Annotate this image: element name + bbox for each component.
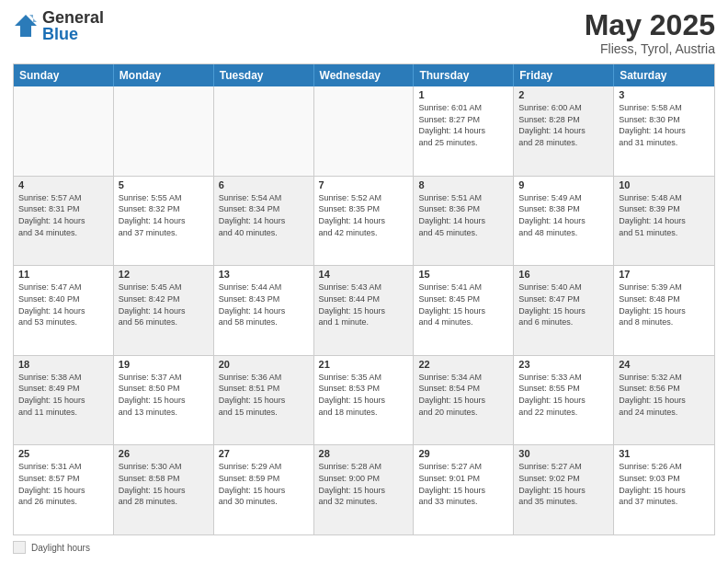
- calendar-body: 1Sunrise: 6:01 AM Sunset: 8:27 PM Daylig…: [14, 86, 714, 534]
- calendar-cell: 17Sunrise: 5:39 AM Sunset: 8:48 PM Dayli…: [614, 266, 714, 355]
- day-info: Sunrise: 5:54 AM Sunset: 8:34 PM Dayligh…: [219, 192, 309, 238]
- cal-header-cell: Friday: [514, 64, 614, 86]
- calendar-cell: [14, 86, 114, 176]
- calendar-cell: [314, 86, 415, 176]
- calendar-cell: 29Sunrise: 5:27 AM Sunset: 9:01 PM Dayli…: [414, 445, 514, 534]
- calendar-cell: 31Sunrise: 5:26 AM Sunset: 9:03 PM Dayli…: [614, 445, 714, 534]
- location: Fliess, Tyrol, Austria: [585, 41, 715, 56]
- day-number: 23: [518, 359, 609, 370]
- day-info: Sunrise: 5:47 AM Sunset: 8:40 PM Dayligh…: [18, 282, 108, 327]
- calendar-cell: 27Sunrise: 5:29 AM Sunset: 8:59 PM Dayli…: [214, 445, 314, 534]
- calendar-cell: 11Sunrise: 5:47 AM Sunset: 8:40 PM Dayli…: [14, 266, 114, 355]
- day-info: Sunrise: 5:39 AM Sunset: 8:48 PM Dayligh…: [619, 282, 710, 327]
- logo-general: General: [42, 9, 104, 26]
- day-number: 14: [319, 269, 409, 280]
- calendar-cell: 16Sunrise: 5:40 AM Sunset: 8:47 PM Dayli…: [514, 266, 614, 355]
- calendar-cell: 6Sunrise: 5:54 AM Sunset: 8:34 PM Daylig…: [214, 177, 314, 266]
- day-info: Sunrise: 6:01 AM Sunset: 8:27 PM Dayligh…: [418, 102, 508, 148]
- legend: Daylight hours: [13, 541, 715, 554]
- day-info: Sunrise: 5:27 AM Sunset: 9:02 PM Dayligh…: [518, 461, 609, 507]
- day-info: Sunrise: 5:36 AM Sunset: 8:51 PM Dayligh…: [219, 372, 309, 418]
- logo-icon: [13, 13, 39, 39]
- day-number: 16: [518, 269, 609, 280]
- day-number: 11: [18, 269, 108, 280]
- calendar-row: 4Sunrise: 5:57 AM Sunset: 8:31 PM Daylig…: [14, 176, 714, 266]
- day-info: Sunrise: 5:58 AM Sunset: 8:30 PM Dayligh…: [619, 102, 710, 148]
- calendar-cell: 26Sunrise: 5:30 AM Sunset: 8:58 PM Dayli…: [114, 445, 214, 534]
- calendar-row: 25Sunrise: 5:31 AM Sunset: 8:57 PM Dayli…: [14, 444, 714, 534]
- calendar-cell: 30Sunrise: 5:27 AM Sunset: 9:02 PM Dayli…: [514, 445, 614, 534]
- calendar-cell: 20Sunrise: 5:36 AM Sunset: 8:51 PM Dayli…: [214, 356, 314, 445]
- day-info: Sunrise: 5:32 AM Sunset: 8:56 PM Dayligh…: [619, 372, 710, 418]
- page: General Blue May 2025 Fliess, Tyrol, Aus…: [0, 0, 728, 563]
- day-number: 29: [418, 448, 508, 459]
- calendar-cell: 14Sunrise: 5:43 AM Sunset: 8:44 PM Dayli…: [314, 266, 415, 355]
- day-info: Sunrise: 5:41 AM Sunset: 8:45 PM Dayligh…: [418, 282, 508, 327]
- day-number: 25: [18, 448, 108, 459]
- day-info: Sunrise: 6:00 AM Sunset: 8:28 PM Dayligh…: [518, 102, 609, 148]
- calendar-cell: 21Sunrise: 5:35 AM Sunset: 8:53 PM Dayli…: [314, 356, 415, 445]
- calendar: SundayMondayTuesdayWednesdayThursdayFrid…: [13, 63, 715, 535]
- day-info: Sunrise: 5:40 AM Sunset: 8:47 PM Dayligh…: [518, 282, 609, 327]
- day-info: Sunrise: 5:57 AM Sunset: 8:31 PM Dayligh…: [18, 192, 108, 238]
- calendar-cell: 13Sunrise: 5:44 AM Sunset: 8:43 PM Dayli…: [214, 266, 314, 355]
- day-number: 28: [319, 448, 409, 459]
- calendar-cell: [214, 86, 314, 176]
- day-number: 3: [619, 89, 710, 100]
- day-info: Sunrise: 5:52 AM Sunset: 8:35 PM Dayligh…: [319, 192, 409, 238]
- day-info: Sunrise: 5:28 AM Sunset: 9:00 PM Dayligh…: [319, 461, 409, 507]
- calendar-cell: 24Sunrise: 5:32 AM Sunset: 8:56 PM Dayli…: [614, 356, 714, 445]
- day-number: 2: [518, 89, 609, 100]
- day-number: 22: [418, 359, 508, 370]
- day-number: 24: [619, 359, 710, 370]
- day-info: Sunrise: 5:45 AM Sunset: 8:42 PM Dayligh…: [119, 282, 209, 327]
- day-number: 17: [619, 269, 710, 280]
- day-info: Sunrise: 5:33 AM Sunset: 8:55 PM Dayligh…: [518, 372, 609, 418]
- header: General Blue May 2025 Fliess, Tyrol, Aus…: [13, 9, 715, 56]
- calendar-cell: 8Sunrise: 5:51 AM Sunset: 8:36 PM Daylig…: [414, 177, 514, 266]
- day-number: 19: [119, 359, 209, 370]
- logo-text: General Blue: [42, 9, 104, 42]
- day-number: 18: [18, 359, 108, 370]
- month-title: May 2025: [585, 9, 715, 41]
- calendar-cell: 7Sunrise: 5:52 AM Sunset: 8:35 PM Daylig…: [314, 177, 415, 266]
- day-info: Sunrise: 5:26 AM Sunset: 9:03 PM Dayligh…: [619, 461, 710, 507]
- calendar-cell: 1Sunrise: 6:01 AM Sunset: 8:27 PM Daylig…: [414, 86, 514, 176]
- day-info: Sunrise: 5:51 AM Sunset: 8:36 PM Dayligh…: [418, 192, 508, 238]
- logo: General Blue: [13, 9, 104, 42]
- cal-header-cell: Wednesday: [314, 64, 415, 86]
- day-number: 15: [418, 269, 508, 280]
- calendar-cell: 2Sunrise: 6:00 AM Sunset: 8:28 PM Daylig…: [514, 86, 614, 176]
- day-number: 5: [119, 179, 209, 190]
- legend-box: [13, 541, 26, 554]
- calendar-cell: 5Sunrise: 5:55 AM Sunset: 8:32 PM Daylig…: [114, 177, 214, 266]
- cal-header-cell: Sunday: [14, 64, 114, 86]
- calendar-row: 18Sunrise: 5:38 AM Sunset: 8:49 PM Dayli…: [14, 355, 714, 445]
- day-number: 7: [319, 179, 409, 190]
- legend-label: Daylight hours: [31, 543, 90, 553]
- calendar-row: 1Sunrise: 6:01 AM Sunset: 8:27 PM Daylig…: [14, 86, 714, 176]
- day-number: 8: [418, 179, 508, 190]
- day-info: Sunrise: 5:37 AM Sunset: 8:50 PM Dayligh…: [119, 372, 209, 418]
- day-number: 6: [219, 179, 309, 190]
- day-info: Sunrise: 5:38 AM Sunset: 8:49 PM Dayligh…: [18, 372, 108, 418]
- calendar-row: 11Sunrise: 5:47 AM Sunset: 8:40 PM Dayli…: [14, 265, 714, 355]
- title-area: May 2025 Fliess, Tyrol, Austria: [585, 9, 715, 56]
- day-number: 31: [619, 448, 710, 459]
- day-number: 1: [418, 89, 508, 100]
- svg-marker-0: [15, 15, 37, 37]
- cal-header-cell: Thursday: [414, 64, 514, 86]
- day-number: 26: [119, 448, 209, 459]
- day-info: Sunrise: 5:34 AM Sunset: 8:54 PM Dayligh…: [418, 372, 508, 418]
- day-number: 10: [619, 179, 710, 190]
- day-number: 4: [18, 179, 108, 190]
- calendar-cell: 28Sunrise: 5:28 AM Sunset: 9:00 PM Dayli…: [314, 445, 415, 534]
- day-info: Sunrise: 5:44 AM Sunset: 8:43 PM Dayligh…: [219, 282, 309, 327]
- cal-header-cell: Saturday: [614, 64, 714, 86]
- calendar-cell: 23Sunrise: 5:33 AM Sunset: 8:55 PM Dayli…: [514, 356, 614, 445]
- day-info: Sunrise: 5:35 AM Sunset: 8:53 PM Dayligh…: [319, 372, 409, 418]
- day-info: Sunrise: 5:43 AM Sunset: 8:44 PM Dayligh…: [319, 282, 409, 327]
- day-number: 9: [518, 179, 609, 190]
- day-number: 21: [319, 359, 409, 370]
- calendar-cell: [114, 86, 214, 176]
